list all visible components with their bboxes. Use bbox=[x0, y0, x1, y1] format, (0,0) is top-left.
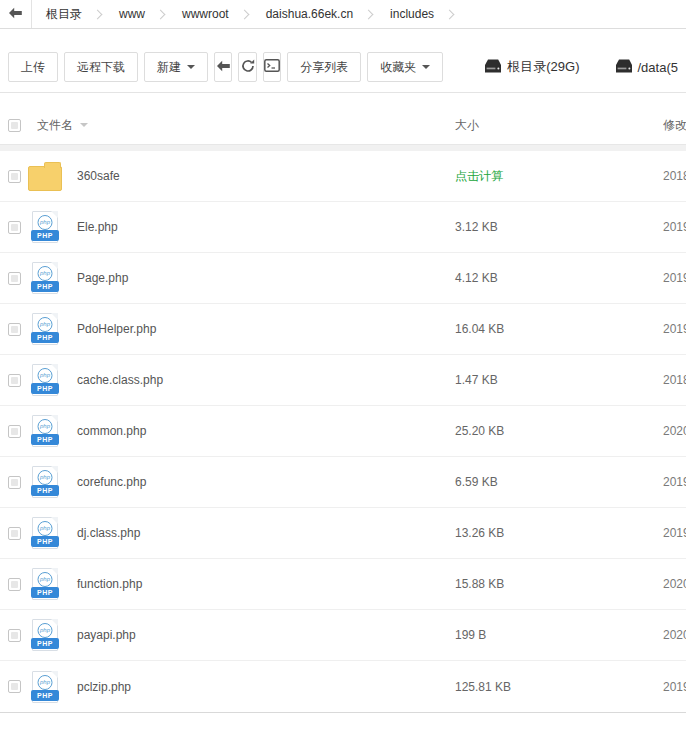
breadcrumb-item[interactable]: includes bbox=[376, 0, 438, 28]
file-modified: 2019 bbox=[663, 475, 686, 489]
table-row[interactable]: php PHP Page.php 4.12 KB 2019 bbox=[0, 253, 686, 304]
hdd-icon bbox=[616, 59, 638, 76]
breadcrumb-item[interactable]: 根目录 bbox=[32, 0, 86, 28]
table-row[interactable]: php PHP corefunc.php 6.59 KB 2019 bbox=[0, 457, 686, 508]
row-checkbox[interactable] bbox=[8, 476, 21, 489]
upload-button[interactable]: 上传 bbox=[8, 52, 58, 82]
file-size: 199 B bbox=[455, 628, 486, 642]
file-modified: 2019 bbox=[663, 526, 686, 540]
disk-root-label: 根目录(29G) bbox=[507, 58, 579, 76]
disk-root[interactable]: 根目录(29G) bbox=[485, 58, 579, 76]
file-size: 25.20 KB bbox=[455, 424, 504, 438]
table-row[interactable]: php PHP function.php 15.88 KB 2020 bbox=[0, 559, 686, 610]
file-size: 4.12 KB bbox=[455, 271, 498, 285]
new-button-label: 新建 bbox=[157, 59, 181, 76]
breadcrumb-item[interactable]: wwwroot bbox=[168, 0, 233, 28]
select-all-checkbox[interactable] bbox=[8, 119, 21, 132]
row-checkbox[interactable] bbox=[8, 221, 21, 234]
php-file-icon: php PHP bbox=[32, 415, 58, 447]
toolbar: 上传 远程下载 新建 分享列表 收藏夹 根目录(29G) /data(5 bbox=[0, 29, 686, 93]
file-modified: 2018 bbox=[663, 169, 686, 183]
row-checkbox[interactable] bbox=[8, 527, 21, 540]
file-size: 125.81 KB bbox=[455, 680, 511, 694]
php-file-icon: php PHP bbox=[32, 313, 58, 345]
file-name-link[interactable]: Ele.php bbox=[77, 220, 118, 234]
breadcrumb: 根目录 www wwwroot daishua.66ek.cn includes bbox=[32, 0, 457, 28]
sort-caret-icon bbox=[80, 123, 88, 131]
new-button[interactable]: 新建 bbox=[144, 52, 208, 82]
table-row[interactable]: php PHP dj.class.php 13.26 KB 2019 bbox=[0, 508, 686, 559]
file-size: 1.47 KB bbox=[455, 373, 498, 387]
php-file-icon: php PHP bbox=[32, 466, 58, 498]
table-header-divider bbox=[0, 144, 686, 151]
column-header-modified[interactable]: 修改 bbox=[663, 117, 686, 134]
table-row[interactable]: php PHP common.php 25.20 KB 2020 bbox=[0, 406, 686, 457]
table-row[interactable]: 360safe 点击计算 2018 bbox=[0, 151, 686, 202]
file-list: 360safe 点击计算 2018 php PHP Ele.php 3.12 K… bbox=[0, 151, 686, 713]
file-name-link[interactable]: cache.class.php bbox=[77, 373, 163, 387]
table-row[interactable]: php PHP PdoHelper.php 16.04 KB 2019 bbox=[0, 304, 686, 355]
file-name-link[interactable]: pclzip.php bbox=[77, 680, 131, 694]
file-modified: 2020 bbox=[663, 424, 686, 438]
back-arrow-icon bbox=[216, 60, 231, 75]
table-row[interactable]: php PHP cache.class.php 1.47 KB 2018 bbox=[0, 355, 686, 406]
calc-size-link[interactable]: 点击计算 bbox=[455, 168, 503, 185]
chevron-down-icon bbox=[187, 65, 195, 73]
chevron-right-icon bbox=[364, 9, 374, 19]
column-header-size[interactable]: 大小 bbox=[455, 117, 479, 134]
breadcrumb-item[interactable]: daishua.66ek.cn bbox=[252, 0, 357, 28]
php-file-icon: php PHP bbox=[32, 211, 58, 243]
php-file-icon: php PHP bbox=[32, 517, 58, 549]
table-row[interactable]: php PHP pclzip.php 125.81 KB 2019 bbox=[0, 661, 686, 712]
php-file-icon: php PHP bbox=[32, 262, 58, 294]
file-size: 6.59 KB bbox=[455, 475, 498, 489]
php-file-icon: php PHP bbox=[32, 568, 58, 600]
file-name-link[interactable]: Page.php bbox=[77, 271, 128, 285]
table-row[interactable]: php PHP payapi.php 199 B 2020 bbox=[0, 610, 686, 661]
file-size: 3.12 KB bbox=[455, 220, 498, 234]
row-checkbox[interactable] bbox=[8, 425, 21, 438]
column-header-filename[interactable]: 文件名 bbox=[37, 117, 88, 134]
file-modified: 2019 bbox=[663, 322, 686, 336]
favorites-button-label: 收藏夹 bbox=[380, 59, 416, 76]
disk-data-label: /data(5 bbox=[638, 60, 678, 75]
file-name-link[interactable]: common.php bbox=[77, 424, 146, 438]
file-modified: 2019 bbox=[663, 220, 686, 234]
refresh-button[interactable] bbox=[238, 52, 256, 82]
row-checkbox[interactable] bbox=[8, 323, 21, 336]
file-size: 15.88 KB bbox=[455, 577, 504, 591]
breadcrumb-item[interactable]: www bbox=[105, 0, 149, 28]
back-button[interactable] bbox=[0, 0, 32, 28]
row-checkbox[interactable] bbox=[8, 170, 21, 183]
row-checkbox[interactable] bbox=[8, 374, 21, 387]
remote-download-button[interactable]: 远程下载 bbox=[64, 52, 138, 82]
file-name-link[interactable]: function.php bbox=[77, 577, 142, 591]
row-checkbox[interactable] bbox=[8, 578, 21, 591]
hdd-icon bbox=[485, 59, 507, 76]
row-checkbox[interactable] bbox=[8, 629, 21, 642]
terminal-button[interactable] bbox=[263, 52, 281, 82]
file-name-link[interactable]: dj.class.php bbox=[77, 526, 140, 540]
disk-data[interactable]: /data(5 bbox=[616, 59, 678, 76]
row-checkbox[interactable] bbox=[8, 680, 21, 693]
chevron-down-icon bbox=[422, 65, 430, 73]
row-checkbox[interactable] bbox=[8, 272, 21, 285]
php-file-icon: php PHP bbox=[32, 364, 58, 396]
file-name-link[interactable]: payapi.php bbox=[77, 628, 136, 642]
php-file-icon: php PHP bbox=[32, 671, 58, 703]
file-modified: 2019 bbox=[663, 680, 686, 694]
folder-icon bbox=[28, 166, 62, 191]
file-modified: 2020 bbox=[663, 577, 686, 591]
share-list-button[interactable]: 分享列表 bbox=[287, 52, 361, 82]
file-modified: 2018 bbox=[663, 373, 686, 387]
back-nav-button[interactable] bbox=[214, 52, 232, 82]
favorites-button[interactable]: 收藏夹 bbox=[367, 52, 443, 82]
file-name-link[interactable]: corefunc.php bbox=[77, 475, 146, 489]
php-file-icon: php PHP bbox=[32, 619, 58, 651]
table-row[interactable]: php PHP Ele.php 3.12 KB 2019 bbox=[0, 202, 686, 253]
terminal-icon bbox=[264, 59, 280, 75]
file-size: 13.26 KB bbox=[455, 526, 504, 540]
chevron-right-icon bbox=[239, 9, 249, 19]
file-name-link[interactable]: PdoHelper.php bbox=[77, 322, 156, 336]
file-name-link[interactable]: 360safe bbox=[77, 169, 120, 183]
